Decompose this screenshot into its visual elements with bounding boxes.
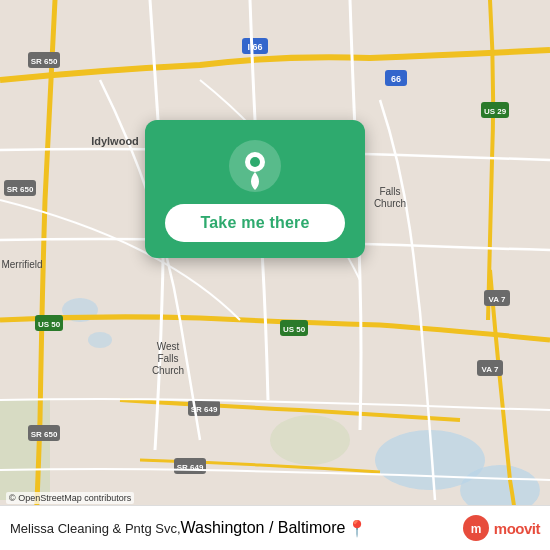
svg-text:West: West <box>157 341 180 352</box>
svg-text:Merrifield: Merrifield <box>1 259 42 270</box>
location-city: Washington / Baltimore <box>181 519 346 537</box>
svg-text:VA 7: VA 7 <box>489 295 506 304</box>
svg-text:VA 7: VA 7 <box>482 365 499 374</box>
svg-text:Falls: Falls <box>379 186 400 197</box>
svg-text:I 66: I 66 <box>247 42 262 52</box>
svg-point-39 <box>250 157 260 167</box>
svg-text:SR 650: SR 650 <box>31 430 58 439</box>
bottom-info: Melissa Cleaning & Pntg Svc , Washington… <box>10 519 462 538</box>
moovit-brand-icon: m <box>462 514 490 542</box>
svg-text:SR 650: SR 650 <box>31 57 58 66</box>
svg-text:m: m <box>470 522 481 536</box>
svg-text:Church: Church <box>152 365 184 376</box>
svg-text:66: 66 <box>391 74 401 84</box>
svg-text:Church: Church <box>374 198 406 209</box>
svg-text:US 50: US 50 <box>283 325 306 334</box>
svg-point-5 <box>270 415 350 465</box>
map-roads: I 66 66 SR 650 SR 650 SR 650 US 50 US 50… <box>0 0 550 550</box>
svg-point-3 <box>88 332 112 348</box>
business-name: Melissa Cleaning & Pntg Svc <box>10 521 177 536</box>
svg-text:Idylwood: Idylwood <box>91 135 139 147</box>
moovit-logo: m moovit <box>462 514 540 542</box>
location-pin-small-icon: 📍 <box>347 519 367 538</box>
action-card: Take me there <box>145 120 365 258</box>
osm-credit: © OpenStreetMap contributors <box>6 492 134 504</box>
svg-text:US 50: US 50 <box>38 320 61 329</box>
location-pin-icon <box>227 138 283 194</box>
svg-text:SR 650: SR 650 <box>7 185 34 194</box>
bottom-bar: Melissa Cleaning & Pntg Svc , Washington… <box>0 505 550 550</box>
take-me-there-button[interactable]: Take me there <box>165 204 345 242</box>
svg-text:Falls: Falls <box>157 353 178 364</box>
moovit-brand-text: moovit <box>494 520 540 537</box>
svg-text:US 29: US 29 <box>484 107 507 116</box>
map-container: I 66 66 SR 650 SR 650 SR 650 US 50 US 50… <box>0 0 550 550</box>
